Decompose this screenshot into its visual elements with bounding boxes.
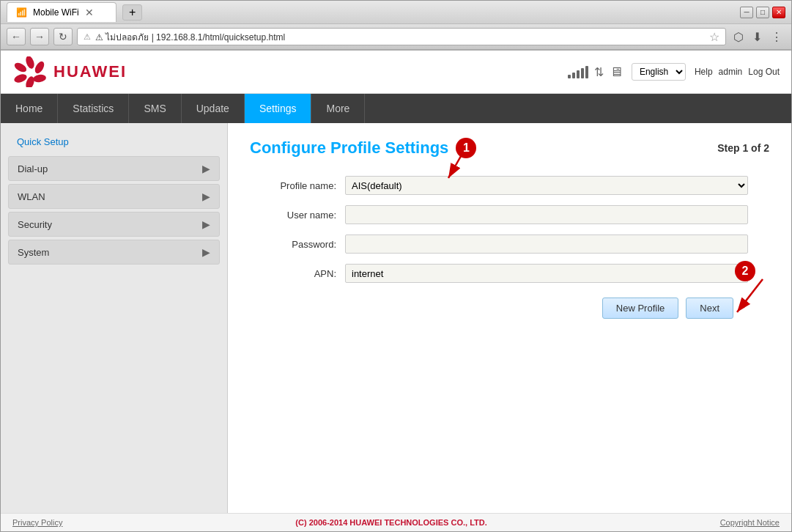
reload-button[interactable]: ↻: [53, 28, 73, 45]
page-title-row: Configure Profile Settings 1: [250, 138, 769, 158]
window-controls: ─ □ ✕: [740, 7, 785, 18]
tab-title: Mobile WiFi: [33, 7, 79, 18]
nav-item-statistics[interactable]: Statistics: [58, 94, 129, 123]
button-row: New Profile Next: [250, 298, 748, 319]
new-tab-button[interactable]: +: [122, 4, 142, 21]
annotation-1-wrapper: 1: [456, 138, 476, 158]
browser-titlebar: 📶 Mobile WiFi ✕ + ─ □ ✕: [1, 1, 791, 24]
button-area-wrapper: 2 New Profile: [250, 298, 748, 319]
svg-line-9: [737, 279, 763, 312]
dialup-arrow-icon: ▶: [202, 163, 210, 174]
back-button[interactable]: ←: [7, 28, 26, 45]
page-content: HUAWEI ⇅ 🖥 English: [1, 51, 791, 531]
signal-icons: ⇅ 🖥: [568, 64, 623, 80]
annotation-arrow-2: [726, 276, 785, 319]
main-area: Quick Setup Dial-up ▶ WLAN ▶ Security ▶ …: [1, 123, 791, 513]
admin-link[interactable]: admin: [719, 67, 743, 77]
svg-point-2: [32, 74, 46, 84]
nav-update-label: Update: [196, 103, 229, 114]
top-links: Help admin Log Out: [695, 67, 780, 77]
maximize-button[interactable]: □: [756, 7, 769, 18]
nav-item-update[interactable]: Update: [182, 94, 245, 123]
password-input[interactable]: [345, 234, 748, 254]
address-bar[interactable]: ⚠ ⚠ ไม่ปลอดภัย | 192.168.8.1/html/quicks…: [77, 28, 726, 45]
svg-point-5: [13, 61, 29, 74]
password-row: Password:: [250, 234, 748, 254]
apn-label: APN:: [250, 268, 345, 279]
security-warning-icon: ⚠: [84, 32, 91, 42]
huawei-logo: HUAWEI: [12, 56, 127, 87]
username-input[interactable]: [345, 205, 748, 224]
footer-copyright: (C) 2006-2014 HUAWEI TECHNOLOGIES CO., L…: [295, 518, 486, 527]
sidebar-wlan-label: WLAN: [18, 191, 45, 202]
new-profile-button[interactable]: New Profile: [602, 298, 678, 319]
tab-favicon: 📶: [16, 7, 27, 18]
username-label: User name:: [250, 210, 345, 221]
extensions-button[interactable]: ⬡: [730, 29, 747, 45]
nav-statistics-label: Statistics: [73, 103, 114, 114]
nav-item-sms[interactable]: SMS: [129, 94, 181, 123]
copyright-notice-link[interactable]: Copyright Notice: [720, 518, 780, 527]
nav-bar: Home Statistics SMS Update Settings More: [1, 94, 791, 123]
nav-item-settings[interactable]: Settings: [245, 94, 312, 123]
svg-line-7: [448, 152, 463, 178]
data-transfer-icon: ⇅: [594, 65, 604, 79]
quick-setup-link[interactable]: Quick Setup: [8, 130, 220, 153]
signal-bar-1: [568, 75, 571, 78]
bookmark-icon[interactable]: ☆: [709, 30, 719, 44]
security-arrow-icon: ▶: [202, 218, 210, 230]
content-area: Configure Profile Settings 1: [228, 123, 791, 513]
forward-button[interactable]: →: [30, 28, 49, 45]
sidebar-item-security[interactable]: Security ▶: [8, 212, 220, 237]
logout-link[interactable]: Log Out: [748, 67, 780, 77]
signal-bar-3: [577, 70, 580, 78]
password-label: Password:: [250, 239, 345, 250]
language-select[interactable]: English: [632, 63, 686, 81]
sidebar-item-dialup[interactable]: Dial-up ▶: [8, 156, 220, 181]
profile-name-select[interactable]: AIS(default): [345, 176, 748, 195]
browser-window: 📶 Mobile WiFi ✕ + ─ □ ✕ ← → ↻ ⚠ ⚠ ไม่ปลอ…: [0, 0, 792, 532]
wlan-arrow-icon: ▶: [202, 191, 210, 202]
signal-bar-5: [585, 66, 588, 78]
minimize-button[interactable]: ─: [740, 7, 753, 18]
chrome-menu-button[interactable]: ⋮: [768, 29, 785, 45]
browser-tab[interactable]: 📶 Mobile WiFi ✕: [7, 2, 116, 22]
profile-name-label: Profile name:: [250, 180, 345, 191]
nav-sms-label: SMS: [144, 103, 166, 114]
sidebar-system-label: System: [18, 247, 49, 258]
sidebar-security-label: Security: [18, 219, 52, 230]
svg-point-1: [33, 60, 46, 75]
nav-home-label: Home: [15, 103, 42, 114]
privacy-policy-link[interactable]: Privacy Policy: [12, 518, 62, 527]
nav-item-home[interactable]: Home: [1, 94, 58, 123]
signal-bar-2: [572, 73, 575, 78]
logo-svg: [12, 56, 48, 87]
profile-form: Profile name: AIS(default) User name: Pa…: [250, 176, 748, 319]
nav-more-label: More: [326, 103, 349, 114]
help-link[interactable]: Help: [695, 67, 713, 77]
language-selector-area: English: [632, 63, 686, 81]
footer: Privacy Policy (C) 2006-2014 HUAWEI TECH…: [1, 513, 791, 531]
browser-controls: ← → ↻ ⚠ ⚠ ไม่ปลอดภัย | 192.168.8.1/html/…: [1, 24, 791, 51]
svg-point-0: [24, 56, 36, 70]
sidebar-item-system[interactable]: System ▶: [8, 240, 220, 265]
apn-input[interactable]: [345, 264, 748, 283]
logo-text: HUAWEI: [53, 62, 127, 81]
tab-close-button[interactable]: ✕: [85, 7, 94, 18]
url-text: ⚠ ไม่ปลอดภัย | 192.168.8.1/html/quickset…: [95, 30, 705, 44]
sidebar-item-wlan[interactable]: WLAN ▶: [8, 184, 220, 209]
account-button[interactable]: ⬇: [750, 29, 765, 45]
step-info: Step 1 of 2: [717, 142, 769, 154]
system-arrow-icon: ▶: [202, 246, 210, 258]
signal-bars: [568, 65, 588, 78]
nav-item-more[interactable]: More: [311, 94, 365, 123]
browser-toolbar-icons: ⬡ ⬇ ⋮: [730, 29, 785, 45]
annotation-arrow-1: [441, 152, 485, 182]
top-right: ⇅ 🖥 English Help admin Log Out: [568, 63, 780, 81]
apn-row: APN:: [250, 264, 748, 283]
signal-bar-4: [581, 68, 584, 78]
svg-point-4: [13, 73, 28, 84]
close-button[interactable]: ✕: [772, 7, 785, 18]
nav-settings-label: Settings: [259, 103, 297, 114]
sidebar-dialup-label: Dial-up: [18, 163, 48, 174]
